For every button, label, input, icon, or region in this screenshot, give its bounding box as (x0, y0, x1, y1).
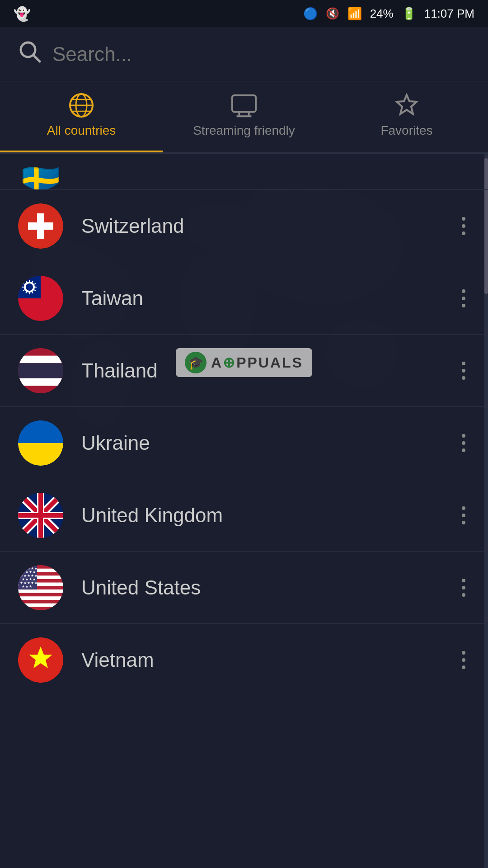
svg-rect-34 (18, 363, 63, 378)
tab-active-indicator (0, 151, 163, 152)
tab-favorites[interactable]: Favorites (325, 92, 488, 142)
more-options-switzerland[interactable] (457, 212, 470, 240)
volume-muted-icon: 🔇 (326, 7, 339, 20)
tab-bar: All countries Streaming friendly Favorit… (0, 81, 488, 154)
svg-rect-21 (33, 287, 37, 288)
country-name-taiwan: Taiwan (81, 287, 457, 310)
svg-rect-27 (22, 287, 25, 288)
country-item-switzerland[interactable]: Switzerland (0, 190, 488, 262)
more-options-thailand[interactable] (457, 357, 470, 384)
search-bar (0, 27, 488, 81)
country-name-switzerland: Switzerland (81, 215, 457, 237)
svg-rect-57 (18, 589, 63, 593)
country-item-ukraine[interactable]: Ukraine (0, 407, 488, 479)
signal-strength: 24% (370, 7, 394, 21)
svg-text:★: ★ (22, 585, 25, 589)
tab-streaming[interactable]: Streaming friendly (163, 92, 325, 142)
svg-rect-13 (28, 222, 53, 230)
more-options-united-kingdom[interactable] (457, 502, 470, 529)
status-bar: 👻 🔵 🔇 📶 24% 🔋 11:07 PM (0, 0, 488, 27)
svg-text:★: ★ (25, 585, 28, 589)
flag-thailand (18, 348, 63, 393)
svg-rect-35 (18, 378, 63, 386)
svg-text:★: ★ (20, 566, 23, 571)
svg-rect-59 (18, 603, 63, 607)
svg-rect-24 (29, 291, 30, 294)
country-item-united-states[interactable]: ★★★★★ ★★★★ ★★★★★ ★★★★ ★★★★★ ★★★ United S… (0, 552, 488, 624)
svg-rect-58 (18, 596, 63, 600)
bluetooth-icon: 🔵 (303, 7, 318, 21)
svg-rect-33 (18, 355, 63, 363)
search-input[interactable] (52, 43, 470, 66)
svg-rect-7 (232, 95, 256, 112)
battery-icon: 🔋 (402, 7, 416, 21)
wifi-icon: 📶 (347, 7, 362, 21)
svg-line-1 (33, 55, 40, 61)
svg-text:★: ★ (23, 566, 27, 571)
country-item-vietnam[interactable]: Vietnam (0, 624, 488, 696)
svg-point-17 (26, 283, 33, 291)
country-name-united-kingdom: United Kingdom (81, 504, 457, 527)
svg-rect-39 (18, 443, 63, 466)
search-icon (18, 40, 42, 69)
tab-streaming-label: Streaming friendly (193, 123, 295, 138)
flag-taiwan (18, 276, 63, 321)
tab-all-countries[interactable]: All countries (0, 92, 163, 142)
country-item-taiwan[interactable]: Taiwan (0, 262, 488, 335)
svg-rect-50 (18, 513, 63, 518)
country-name-united-states: United States (81, 576, 457, 599)
flag-united-states: ★★★★★ ★★★★ ★★★★★ ★★★★ ★★★★★ ★★★ (18, 565, 63, 610)
more-options-united-states[interactable] (457, 574, 470, 601)
watermark-icon: 🎓 (185, 352, 206, 373)
more-options-taiwan[interactable] (457, 285, 470, 312)
ghost-icon: 👻 (14, 6, 30, 22)
flag-united-kingdom (18, 493, 63, 538)
country-item-united-kingdom[interactable]: United Kingdom (0, 479, 488, 552)
more-options-vietnam[interactable] (457, 646, 470, 674)
clock: 11:07 PM (424, 7, 474, 21)
tab-all-countries-label: All countries (47, 123, 116, 138)
svg-rect-54 (18, 568, 63, 572)
more-options-ukraine[interactable] (457, 429, 470, 457)
svg-rect-38 (18, 420, 63, 443)
watermark-appuals: 🎓 A⊕PPUALS (176, 348, 312, 377)
svg-text:★: ★ (29, 585, 32, 589)
country-name-ukraine: Ukraine (81, 432, 457, 454)
svg-rect-18 (29, 280, 30, 283)
country-name-vietnam: Vietnam (81, 649, 457, 671)
flag-switzerland (18, 203, 63, 249)
watermark-text: A⊕PPUALS (211, 354, 303, 371)
partial-country-item[interactable]: 🇸🇪 (0, 154, 488, 190)
svg-text:★: ★ (34, 581, 38, 585)
flag-ukraine (18, 420, 63, 466)
flag-vietnam (18, 637, 63, 683)
tab-favorites-label: Favorites (380, 123, 432, 138)
country-list: 🇸🇪 Switzerland (0, 154, 488, 696)
